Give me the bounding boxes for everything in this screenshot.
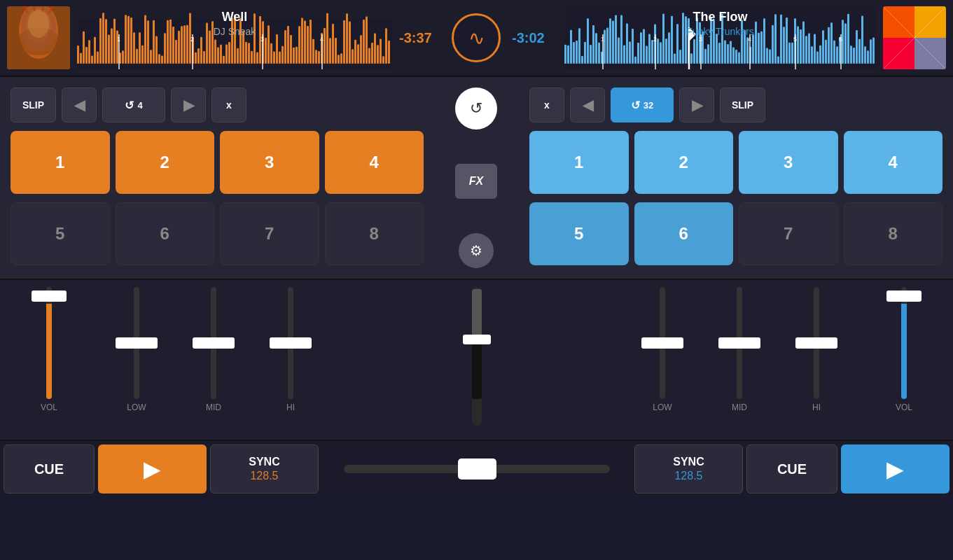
right-play-button[interactable]: ▶ (841, 444, 949, 493)
svg-rect-183 (718, 43, 721, 64)
left-hi-thumb[interactable] (270, 337, 312, 349)
svg-rect-86 (295, 47, 298, 64)
left-loop-button[interactable]: ↺ 4 (102, 88, 165, 122)
left-pad-2[interactable]: 2 (116, 131, 215, 194)
left-pad-5[interactable]: 5 (11, 202, 110, 265)
svg-rect-117 (382, 56, 384, 64)
left-cue-button[interactable]: CUE (4, 444, 95, 493)
right-next-button[interactable]: ▶ (679, 88, 714, 122)
svg-rect-144 (609, 18, 611, 64)
left-mid-thumb[interactable] (193, 337, 235, 349)
left-play-button[interactable]: ▶ (98, 444, 207, 493)
svg-rect-223 (830, 22, 833, 64)
svg-rect-26 (127, 16, 130, 64)
svg-rect-175 (696, 18, 698, 64)
right-mid-label: MID (732, 402, 747, 412)
svg-rect-0 (7, 6, 70, 69)
svg-rect-42 (172, 27, 174, 64)
left-pad-1[interactable]: 1 (11, 131, 110, 194)
left-pad-4[interactable]: 4 (325, 131, 424, 194)
right-slip-button[interactable]: SLIP (720, 88, 765, 122)
right-sync-bpm: 128.5 (674, 470, 702, 482)
right-mid-slider[interactable] (737, 287, 742, 399)
svg-rect-37 (158, 54, 160, 64)
svg-rect-156 (643, 29, 645, 64)
left-hi-slider[interactable] (288, 287, 293, 399)
svg-line-3 (25, 6, 28, 13)
left-pad-7[interactable]: 7 (220, 202, 319, 265)
svg-rect-76 (267, 25, 270, 64)
left-pad-8[interactable]: 8 (325, 202, 424, 265)
right-loop-button[interactable]: ↺ 32 (611, 88, 674, 122)
svg-rect-178 (704, 49, 707, 64)
right-prev-button[interactable]: ◀ (570, 88, 605, 122)
left-play-icon: ▶ (144, 456, 161, 482)
svg-rect-157 (646, 46, 648, 64)
right-hi-thumb[interactable] (795, 337, 837, 349)
svg-rect-228 (844, 24, 847, 64)
right-sync-button[interactable]: SYNC 128.5 (634, 444, 743, 493)
right-hi-label: HI (812, 402, 821, 412)
crossfader-vertical[interactable] (472, 287, 482, 426)
right-pad-6[interactable]: 6 (634, 202, 734, 265)
left-pad-6[interactable]: 6 (116, 202, 215, 265)
left-vol-thumb[interactable] (32, 290, 67, 302)
svg-rect-171 (685, 16, 687, 64)
svg-rect-69 (248, 43, 250, 64)
cf-vertical-thumb[interactable] (463, 335, 491, 344)
left-pad-3[interactable]: 3 (220, 131, 319, 194)
svg-rect-90 (307, 26, 309, 64)
right-mid-thumb[interactable] (718, 337, 760, 349)
sync-center-button[interactable]: ↺ (455, 88, 497, 130)
svg-rect-218 (816, 52, 819, 64)
right-pad-3[interactable]: 3 (739, 131, 838, 194)
svg-rect-11 (85, 47, 88, 64)
left-sync-button[interactable]: SYNC 128.5 (210, 444, 319, 493)
svg-rect-150 (626, 24, 628, 64)
right-pad-8[interactable]: 8 (844, 202, 943, 265)
right-pad-4[interactable]: 4 (844, 131, 943, 194)
right-low-thumb[interactable] (641, 337, 683, 349)
left-pad-grid-top: 1 2 3 4 (11, 131, 424, 194)
right-vol-slider[interactable] (901, 287, 907, 399)
right-pad-7[interactable]: 7 (739, 202, 838, 265)
svg-rect-146 (615, 15, 617, 64)
svg-rect-13 (91, 55, 93, 64)
svg-rect-224 (833, 41, 835, 64)
left-next-button[interactable]: ▶ (171, 88, 206, 122)
settings-button[interactable]: ⚙ (459, 233, 494, 268)
right-x-button[interactable]: x (529, 88, 564, 122)
right-cue-button[interactable]: CUE (746, 444, 837, 493)
svg-rect-148 (620, 15, 622, 64)
left-mid-slider[interactable] (211, 287, 216, 399)
svg-rect-196 (755, 22, 757, 64)
crossfader-track[interactable] (344, 465, 610, 473)
left-x-button[interactable]: x (211, 88, 246, 122)
right-pad-2[interactable]: 2 (634, 131, 734, 194)
svg-rect-62 (228, 42, 230, 64)
left-low-slider[interactable] (134, 287, 139, 399)
svg-rect-140 (598, 43, 600, 64)
fx-button[interactable]: FX (455, 164, 497, 199)
right-pad-5[interactable]: 5 (529, 202, 629, 265)
svg-rect-115 (377, 45, 379, 64)
left-slip-button[interactable]: SLIP (11, 88, 56, 122)
left-loop-icon: ↺ (125, 99, 134, 112)
svg-rect-134 (581, 56, 583, 64)
left-prev-button[interactable]: ◀ (62, 88, 97, 122)
right-pad-1[interactable]: 1 (529, 131, 629, 194)
svg-rect-235 (864, 46, 866, 64)
right-hi-slider[interactable] (814, 287, 819, 399)
right-low-slider[interactable] (660, 287, 665, 399)
svg-rect-238 (872, 37, 875, 64)
svg-rect-182 (716, 34, 718, 64)
svg-rect-8 (77, 46, 79, 64)
header: Well DJ Sneak 1 2 3 4 -3:37 (0, 0, 953, 77)
left-vol-slider[interactable] (46, 287, 52, 399)
left-low-thumb[interactable] (116, 337, 158, 349)
svg-rect-128 (564, 45, 566, 64)
svg-rect-34 (150, 50, 152, 64)
crossfader-thumb[interactable] (458, 458, 496, 479)
right-vol-thumb[interactable] (886, 290, 921, 302)
svg-rect-195 (752, 34, 754, 64)
